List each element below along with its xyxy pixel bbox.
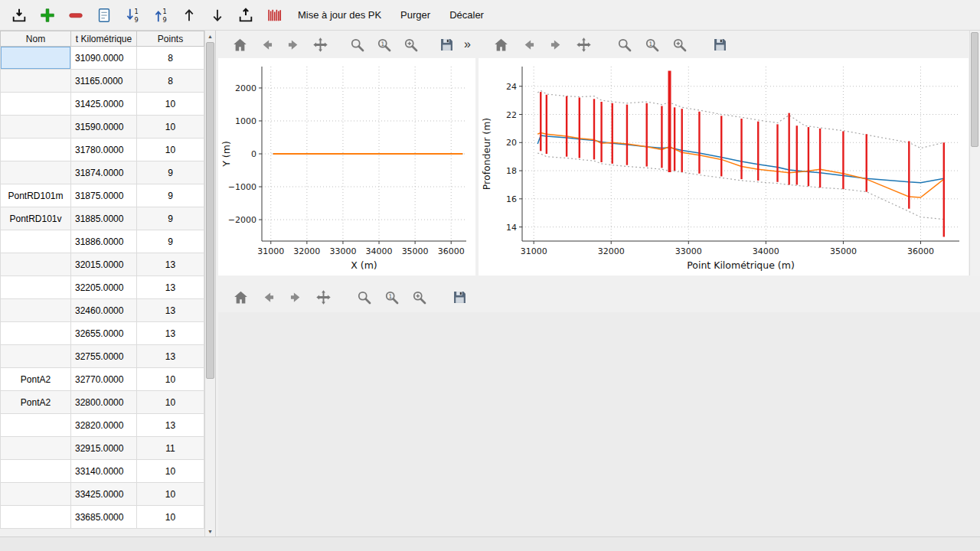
cell-nom[interactable]	[0, 139, 71, 161]
plots-scrollbar[interactable]	[969, 31, 980, 276]
cell-pk[interactable]: 31425.0000	[71, 93, 137, 116]
sort-ascending-button[interactable]: 19	[149, 4, 172, 27]
cell-points[interactable]: 10	[137, 116, 204, 139]
remove-row-button[interactable]	[64, 4, 87, 27]
cell-nom[interactable]: PontRD101m	[0, 184, 71, 207]
cell-nom[interactable]	[0, 437, 71, 460]
cell-nom[interactable]	[0, 161, 71, 184]
cell-points[interactable]: 8	[137, 70, 204, 93]
cell-points[interactable]: 9	[137, 161, 204, 184]
cell-nom[interactable]	[0, 506, 71, 529]
cell-pk[interactable]: 31590.0000	[71, 116, 137, 139]
cell-pk[interactable]: 32915.0000	[71, 437, 137, 460]
home-button[interactable]	[491, 34, 511, 54]
cell-pk[interactable]: 31875.0000	[71, 184, 137, 207]
cell-points[interactable]: 10	[137, 483, 204, 506]
home-button[interactable]	[230, 34, 250, 54]
cell-points[interactable]: 10	[137, 391, 204, 414]
zoom-rect-button[interactable]	[401, 34, 420, 54]
cell-nom[interactable]: PontA2	[0, 368, 71, 391]
cell-nom[interactable]: PontRD101v	[0, 207, 71, 230]
import-button[interactable]	[8, 4, 31, 27]
cell-nom[interactable]	[0, 230, 71, 253]
column-header-pk[interactable]: t Kilométrique	[71, 31, 137, 47]
save-button[interactable]	[449, 287, 469, 307]
save-button[interactable]	[710, 34, 730, 54]
cell-pk[interactable]: 32655.0000	[71, 322, 137, 345]
cell-points[interactable]: 10	[137, 368, 204, 391]
cell-nom[interactable]	[0, 345, 71, 368]
forward-button[interactable]	[546, 34, 566, 54]
cell-nom[interactable]	[0, 116, 71, 139]
cell-nom[interactable]	[0, 47, 71, 70]
scroll-down-arrow[interactable]: ▼	[205, 526, 215, 536]
zoom-1-button[interactable]: 1	[381, 287, 401, 307]
cell-pk[interactable]: 31874.0000	[71, 161, 137, 184]
add-row-button[interactable]	[36, 4, 59, 27]
cell-nom[interactable]	[0, 322, 71, 345]
cell-points[interactable]: 10	[137, 506, 204, 529]
back-button[interactable]	[518, 34, 538, 54]
cell-points[interactable]: 9	[137, 230, 204, 253]
cell-points[interactable]: 8	[137, 47, 204, 70]
profiles-button[interactable]	[263, 4, 286, 27]
back-button[interactable]	[257, 34, 276, 54]
cell-pk[interactable]: 33425.0000	[71, 483, 137, 506]
purge-button[interactable]: Purger	[394, 4, 437, 27]
cell-pk[interactable]: 31885.0000	[71, 207, 137, 230]
pan-button[interactable]	[573, 34, 593, 54]
cell-nom[interactable]	[0, 70, 71, 93]
move-up-button[interactable]	[178, 4, 201, 27]
cell-pk[interactable]: 32800.0000	[71, 391, 137, 414]
home-button[interactable]	[230, 287, 250, 307]
cell-pk[interactable]: 32460.0000	[71, 299, 137, 322]
cell-points[interactable]: 10	[137, 93, 204, 116]
cell-pk[interactable]: 31165.0000	[71, 70, 137, 93]
zoom-1-button[interactable]: 1	[374, 34, 394, 54]
cell-nom[interactable]: PontA2	[0, 391, 71, 414]
cell-pk[interactable]: 32755.0000	[71, 345, 137, 368]
table-scroll-thumb[interactable]	[206, 42, 214, 379]
forward-button[interactable]	[284, 34, 303, 54]
cell-points[interactable]: 13	[137, 253, 204, 276]
cell-points[interactable]: 11	[137, 437, 204, 460]
forward-button[interactable]	[286, 287, 305, 307]
cell-points[interactable]: 13	[137, 322, 204, 345]
edit-document-button[interactable]	[93, 4, 116, 27]
zoom-rect-button[interactable]	[409, 287, 429, 307]
cell-pk[interactable]: 32205.0000	[71, 276, 137, 299]
cell-pk[interactable]: 32820.0000	[71, 414, 137, 437]
back-button[interactable]	[258, 287, 278, 307]
export-button[interactable]	[234, 4, 257, 27]
plots-scroll-thumb[interactable]	[971, 32, 978, 147]
cell-pk[interactable]: 31780.0000	[71, 139, 137, 161]
cell-nom[interactable]	[0, 253, 71, 276]
cell-points[interactable]: 13	[137, 276, 204, 299]
update-pk-button[interactable]: Mise à jour des PK	[291, 4, 388, 27]
cell-pk[interactable]: 31886.0000	[71, 230, 137, 253]
zoom-button[interactable]	[354, 287, 374, 307]
cell-points[interactable]: 13	[137, 414, 204, 437]
cell-points[interactable]: 9	[137, 184, 204, 207]
cell-points[interactable]: 13	[137, 299, 204, 322]
profile-chart[interactable]: 3100032000330003400035000360001416182022…	[479, 58, 969, 276]
save-button[interactable]	[437, 34, 456, 54]
cell-nom[interactable]	[0, 483, 71, 506]
zoom-button[interactable]	[348, 34, 367, 54]
cell-nom[interactable]	[0, 93, 71, 116]
move-down-button[interactable]	[206, 4, 229, 27]
zoom-button[interactable]	[614, 34, 634, 54]
xy-chart[interactable]: 310003200033000340003500036000−2000−1000…	[218, 58, 475, 276]
cell-pk[interactable]: 31090.0000	[71, 47, 137, 70]
cell-nom[interactable]	[0, 460, 71, 483]
cell-nom[interactable]	[0, 414, 71, 437]
pan-button[interactable]	[311, 34, 330, 54]
cell-pk[interactable]: 33685.0000	[71, 506, 137, 529]
cell-nom[interactable]	[0, 299, 71, 322]
zoom-1-button[interactable]: 1	[642, 34, 662, 54]
table-scrollbar[interactable]: ▲ ▼	[204, 31, 215, 536]
cell-pk[interactable]: 32015.0000	[71, 253, 137, 276]
pan-button[interactable]	[313, 287, 333, 307]
cell-points[interactable]: 9	[137, 207, 204, 230]
scroll-up-arrow[interactable]: ▲	[205, 31, 215, 41]
